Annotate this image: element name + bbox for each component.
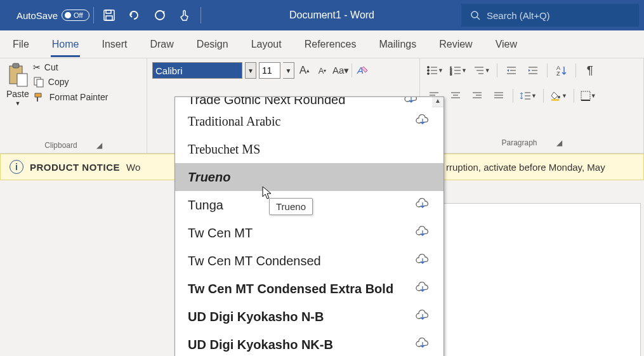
tab-mailings[interactable]: Mailings — [378, 34, 418, 55]
align-right-icon[interactable] — [470, 88, 485, 104]
title-bar: AutoSave Off Document1 - Word Search (Al… — [0, 0, 644, 30]
align-center-icon[interactable] — [448, 88, 463, 104]
clipboard-group: Paste ▼ ✂Cut Copy Format Painter Clipboa… — [0, 58, 147, 153]
increase-font-icon[interactable]: A▴ — [297, 62, 312, 79]
cloud-download-icon[interactable] — [414, 198, 431, 213]
clear-formatting-icon[interactable]: A — [355, 62, 370, 79]
separator — [200, 7, 201, 23]
search-icon — [470, 10, 480, 20]
svg-rect-2 — [106, 16, 112, 20]
cloud-download-icon[interactable] — [414, 254, 431, 268]
font-size-dropdown[interactable]: ▼ — [283, 62, 294, 79]
font-name-input[interactable] — [152, 62, 242, 79]
font-option[interactable]: Tw Cen MT — [175, 219, 444, 247]
svg-rect-1 — [106, 10, 111, 13]
numbering-icon[interactable]: 123▼ — [450, 62, 467, 79]
font-size-input[interactable] — [259, 62, 280, 79]
font-dropdown-list[interactable]: ▲ Trade Gothic Next RoundedTraditional A… — [174, 96, 444, 356]
svg-point-4 — [471, 11, 478, 18]
search-placeholder: Search (Alt+Q) — [487, 10, 550, 21]
svg-rect-51 — [551, 99, 559, 101]
separator — [93, 7, 94, 23]
tab-insert[interactable]: Insert — [100, 34, 128, 55]
clipboard-label: Clipboard — [44, 141, 77, 150]
shading-icon[interactable]: ▼ — [550, 88, 567, 104]
svg-text:A: A — [357, 65, 364, 76]
copy-icon — [33, 76, 44, 88]
paragraph-label: Paragraph — [501, 138, 537, 147]
tab-layout[interactable]: Layout — [250, 34, 283, 55]
svg-line-5 — [477, 17, 480, 20]
info-icon: i — [10, 160, 23, 174]
notice-text-left: Wo — [126, 162, 140, 173]
font-option[interactable]: Trueno — [175, 163, 444, 191]
autosave-label: AutoSave — [16, 10, 58, 21]
touch-mode-icon[interactable] — [174, 4, 197, 27]
paragraph-group: ▼ 123▼ ▼ AZ ¶ ▼ ▼ ▼ — [420, 58, 644, 153]
brush-icon — [33, 91, 46, 103]
save-icon[interactable] — [98, 4, 121, 27]
svg-point-12 — [428, 67, 430, 69]
tab-file[interactable]: File — [11, 34, 30, 55]
tab-view[interactable]: View — [494, 34, 518, 55]
redo-button[interactable] — [148, 4, 171, 27]
font-option[interactable]: Trade Gothic Next Rounded — [175, 97, 432, 107]
svg-rect-8 — [17, 74, 27, 86]
font-dropdown-button[interactable]: ▼ — [245, 62, 256, 79]
svg-text:3: 3 — [450, 72, 452, 76]
scroll-up-button[interactable]: ▲ — [432, 97, 444, 107]
svg-rect-7 — [13, 63, 19, 68]
svg-text:Z: Z — [556, 70, 560, 76]
multilevel-list-icon[interactable]: ▼ — [473, 62, 490, 79]
font-option[interactable]: UD Digi Kyokasho NK-B — [175, 331, 444, 356]
cloud-download-icon[interactable] — [414, 282, 431, 296]
svg-point-16 — [428, 73, 430, 75]
format-painter-button[interactable]: Format Painter — [33, 91, 108, 103]
svg-point-50 — [558, 96, 560, 98]
tab-home[interactable]: Home — [51, 34, 81, 57]
copy-button[interactable]: Copy — [33, 76, 108, 88]
tab-design[interactable]: Design — [195, 34, 230, 55]
tab-review[interactable]: Review — [438, 34, 473, 55]
paste-button[interactable]: Paste ▼ — [6, 62, 29, 139]
decrease-indent-icon[interactable] — [504, 62, 519, 79]
justify-icon[interactable] — [491, 88, 506, 104]
font-option[interactable]: Traditional Arabic — [175, 107, 444, 135]
svg-rect-10 — [37, 79, 43, 87]
tab-references[interactable]: References — [303, 34, 358, 55]
search-input[interactable]: Search (Alt+Q) — [461, 4, 639, 27]
line-spacing-icon[interactable]: ▼ — [520, 88, 537, 104]
dialog-launcher-icon[interactable]: ◢ — [96, 141, 102, 150]
notice-text-right: rruption, activate before Monday, May — [446, 162, 605, 173]
paste-icon — [7, 62, 29, 88]
increase-indent-icon[interactable] — [525, 62, 541, 79]
autosave-toggle[interactable]: Off — [62, 10, 89, 21]
bullets-icon[interactable]: ▼ — [426, 62, 444, 79]
document-title: Document1 - Word — [205, 10, 459, 21]
svg-rect-52 — [581, 91, 590, 100]
cloud-download-icon[interactable] — [414, 114, 431, 129]
dialog-launcher-icon[interactable]: ◢ — [556, 138, 562, 147]
notice-title: PRODUCT NOTICE — [30, 162, 120, 173]
font-option[interactable]: UD Digi Kyokasho N-B — [175, 303, 444, 331]
tab-draw[interactable]: Draw — [148, 34, 174, 55]
change-case-button[interactable]: Aa▾ — [332, 62, 349, 79]
cloud-download-icon[interactable] — [414, 338, 431, 352]
cloud-download-icon[interactable] — [414, 226, 431, 241]
ribbon-tabs: File Home Insert Draw Design Layout Refe… — [0, 30, 644, 58]
cloud-download-icon[interactable] — [403, 97, 419, 107]
font-option[interactable]: Tw Cen MT Condensed — [175, 247, 444, 275]
borders-icon[interactable]: ▼ — [581, 88, 596, 104]
undo-button[interactable] — [123, 4, 146, 27]
font-option[interactable]: Trebuchet MS — [175, 135, 444, 163]
sort-icon[interactable]: AZ — [554, 62, 569, 79]
svg-point-14 — [428, 70, 430, 72]
font-option[interactable]: Tw Cen MT Condensed Extra Bold — [175, 275, 444, 303]
show-marks-icon[interactable]: ¶ — [582, 62, 598, 79]
cloud-download-icon[interactable] — [414, 310, 431, 324]
autosave-control[interactable]: AutoSave Off — [16, 10, 89, 21]
font-tooltip: Trueno — [269, 198, 313, 215]
cut-button[interactable]: ✂Cut — [33, 62, 108, 72]
decrease-font-icon[interactable]: A▾ — [315, 62, 330, 79]
scissors-icon: ✂ — [33, 62, 41, 72]
